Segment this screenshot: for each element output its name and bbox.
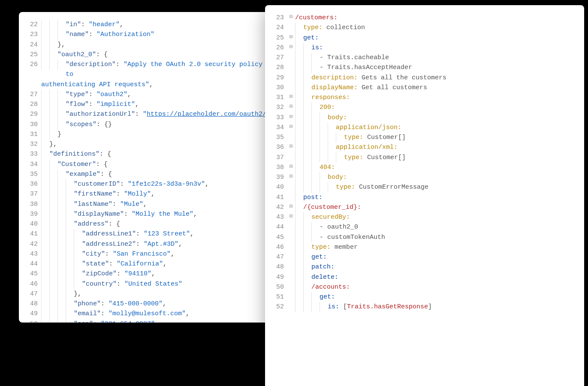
code-line[interactable]: 43⊟securedBy: — [269, 212, 575, 222]
code-line[interactable]: 50/accounts: — [269, 282, 575, 292]
fold-toggle-icon[interactable]: ⊟ — [287, 113, 295, 121]
code-line[interactable]: 32}, — [23, 139, 271, 149]
code-content[interactable]: }, — [74, 289, 271, 299]
code-line[interactable]: 31} — [23, 130, 271, 139]
code-content[interactable]: "name": "Authorization" — [66, 30, 271, 39]
code-content[interactable]: get: — [311, 252, 575, 262]
code-content[interactable]: "example": { — [66, 169, 271, 179]
code-content[interactable]: description: Gets all the customers — [311, 73, 575, 83]
code-content[interactable]: "scopes": {} — [66, 120, 271, 130]
code-line[interactable]: 30"scopes": {} — [23, 120, 271, 130]
code-content[interactable]: delete: — [311, 272, 575, 282]
code-content[interactable]: }, — [49, 139, 271, 149]
code-content[interactable]: application/json: — [336, 123, 575, 133]
code-line[interactable]: 39⊟body: — [269, 172, 575, 182]
code-line[interactable]: 39"displayName": "Molly the Mule", — [23, 209, 271, 219]
code-content[interactable]: "lastName": "Mule", — [74, 199, 271, 209]
code-line[interactable]: 35type: Customer[] — [269, 133, 575, 142]
code-line[interactable]: 41"addressLine1": "123 Street", — [23, 229, 271, 239]
code-content[interactable]: "addressLine2": "Apt.#3D", — [82, 239, 271, 249]
fold-toggle-icon[interactable]: ⊟ — [287, 163, 295, 171]
code-line[interactable]: 24}, — [23, 40, 271, 50]
code-line[interactable]: 22"in": "header", — [23, 20, 271, 30]
code-content[interactable]: }, — [57, 40, 271, 50]
code-content[interactable]: post: — [303, 193, 575, 202]
code-content[interactable]: securedBy: — [311, 212, 575, 222]
code-content[interactable]: - Traits.cacheable — [320, 53, 575, 63]
code-content[interactable]: "phone": "415-000-0000", — [74, 299, 271, 309]
code-line[interactable]: 41post: — [269, 193, 575, 202]
code-content[interactable]: displayName: Get all customers — [311, 83, 575, 93]
code-content[interactable]: "country": "United States" — [82, 279, 271, 289]
code-content[interactable]: "customerID": "1fe1c22s-3d3a-9n3v", — [74, 179, 271, 189]
code-line[interactable]: 46type: member — [269, 242, 575, 252]
code-content[interactable]: get: — [320, 292, 575, 302]
code-content[interactable]: is: — [311, 43, 575, 53]
code-line[interactable]: 29"authorizationUrl": "https://placehold… — [23, 109, 271, 119]
code-content[interactable]: "state": "California", — [82, 259, 271, 269]
raml-editor-body[interactable]: 23⊟/customers:24type: collection25⊟get:2… — [269, 13, 575, 312]
code-line[interactable]: 27"type": "oauth2", — [23, 90, 271, 100]
code-content[interactable]: "authorizationUrl": "https://placeholder… — [66, 109, 271, 119]
code-content[interactable]: patch: — [311, 262, 575, 272]
code-content[interactable]: body: — [328, 172, 575, 182]
code-line[interactable]: 30displayName: Get all customers — [269, 83, 575, 93]
code-line[interactable]: 44- oauth2_0 — [269, 222, 575, 232]
code-line[interactable]: 26⊟is: — [269, 43, 575, 53]
code-line[interactable]: 47}, — [23, 289, 271, 299]
code-content[interactable]: "displayName": "Molly the Mule", — [74, 209, 271, 219]
json-editor-body[interactable]: 22"in": "header",23"name": "Authorizatio… — [23, 20, 271, 323]
code-content[interactable]: - customTokenAuth — [320, 232, 575, 242]
fold-toggle-icon[interactable]: ⊟ — [287, 212, 295, 221]
code-content[interactable]: "Customer": { — [57, 160, 271, 169]
fold-toggle-icon[interactable]: ⊟ — [287, 202, 295, 211]
code-line[interactable]: 47get: — [269, 252, 575, 262]
code-line[interactable]: 48patch: — [269, 262, 575, 272]
fold-toggle-icon[interactable]: ⊟ — [287, 142, 295, 151]
code-line[interactable]: 23⊟/customers: — [269, 13, 575, 23]
code-line[interactable]: 26"description": "Apply the OAuth 2.0 se… — [23, 60, 271, 80]
code-line[interactable]: 27- Traits.cacheable — [269, 53, 575, 63]
code-content[interactable]: "definitions": { — [49, 149, 271, 159]
code-line[interactable]: 34"Customer": { — [23, 160, 271, 169]
code-content[interactable]: responses: — [311, 93, 575, 103]
code-line[interactable]: 42⊟/{customer_id}: — [269, 202, 575, 212]
code-line[interactable]: 33"definitions": { — [23, 149, 271, 159]
code-content[interactable]: "zipCode": "94110", — [82, 269, 271, 279]
code-content[interactable]: type: Customer[] — [344, 153, 575, 163]
code-line[interactable]: 34⊟application/json: — [269, 123, 575, 133]
fold-toggle-icon[interactable]: ⊟ — [287, 103, 295, 111]
code-line[interactable]: 38"lastName": "Mule", — [23, 199, 271, 209]
code-content[interactable]: type: Customer[] — [344, 133, 575, 142]
code-line[interactable]: 49delete: — [269, 272, 575, 282]
fold-toggle-icon[interactable]: ⊟ — [287, 172, 295, 181]
code-line[interactable]: 35"example": { — [23, 169, 271, 179]
code-line[interactable]: 45"zipCode": "94110", — [23, 269, 271, 279]
code-content[interactable]: } — [57, 130, 271, 139]
code-line[interactable]: 45- customTokenAuth — [269, 232, 575, 242]
code-content[interactable]: body: — [328, 113, 575, 123]
fold-toggle-icon[interactable]: ⊟ — [287, 33, 295, 42]
code-content[interactable]: authenticating API requests", — [41, 80, 271, 90]
code-line[interactable]: 44"state": "California", — [23, 259, 271, 269]
code-content[interactable]: "firstName": "Molly", — [74, 189, 271, 199]
code-content[interactable]: /{customer_id}: — [303, 202, 575, 212]
code-content[interactable]: "oauth2_0": { — [57, 50, 271, 60]
code-line[interactable]: 24type: collection — [269, 23, 575, 33]
code-line[interactable]: 50"ssn": "321-654-0987", — [23, 319, 271, 323]
code-content[interactable]: is: [Traits.hasGetResponse] — [328, 302, 575, 312]
code-content[interactable]: "flow": "implicit", — [66, 100, 271, 109]
code-content[interactable]: type: CustomErrorMessage — [336, 182, 575, 192]
code-content[interactable]: "type": "oauth2", — [66, 90, 271, 100]
fold-toggle-icon[interactable]: ⊟ — [287, 43, 295, 51]
code-line[interactable]: 51get: — [269, 292, 575, 302]
code-line[interactable]: 28- Traits.hasAcceptHeader — [269, 63, 575, 72]
code-content[interactable]: /customers: — [295, 13, 575, 23]
code-line[interactable]: 31⊟responses: — [269, 93, 575, 103]
code-content[interactable]: - Traits.hasAcceptHeader — [320, 63, 575, 72]
code-content[interactable]: application/xml: — [336, 142, 575, 152]
code-line[interactable]: 49"email": "molly@mulesoft.com", — [23, 309, 271, 319]
code-line[interactable]: 33⊟body: — [269, 113, 575, 123]
code-line[interactable]: 40"address": { — [23, 219, 271, 229]
code-line[interactable]: 36⊟application/xml: — [269, 142, 575, 152]
